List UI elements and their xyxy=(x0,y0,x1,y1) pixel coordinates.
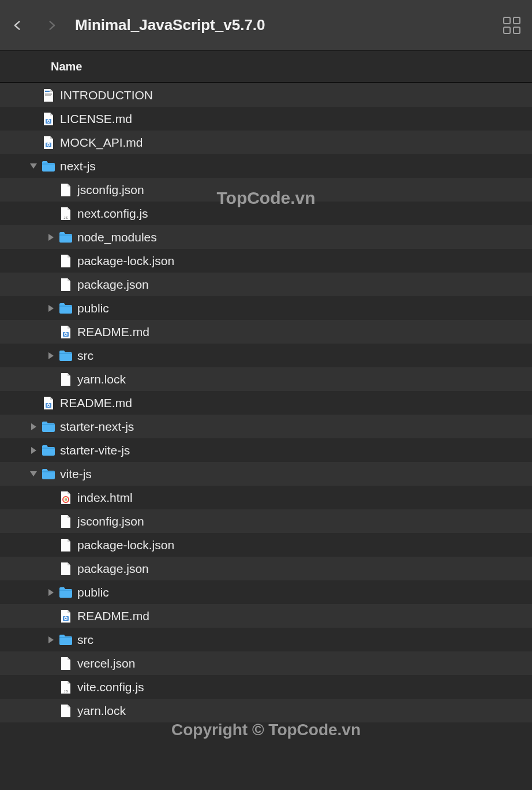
chevron-down-icon xyxy=(30,471,37,476)
file-row[interactable]: public xyxy=(0,296,532,320)
file-md-wrap xyxy=(59,325,73,339)
file-label: public xyxy=(77,301,109,315)
folder-wrap xyxy=(59,301,73,315)
file-label: package-lock.json xyxy=(77,254,174,268)
disclosure-triangle[interactable] xyxy=(28,447,39,454)
js-file-icon: JS xyxy=(60,207,72,221)
file-label: vite-js xyxy=(60,467,92,481)
folder-icon xyxy=(42,445,55,456)
file-row[interactable]: yarn.lock xyxy=(0,699,532,722)
file-row[interactable]: JSvite.config.js xyxy=(0,675,532,699)
file-row[interactable]: README.md xyxy=(0,604,532,628)
file-row[interactable]: node_modules xyxy=(0,225,532,249)
chevron-right-icon xyxy=(48,352,54,359)
disclosure-triangle[interactable] xyxy=(28,471,39,476)
file-label: next-js xyxy=(60,159,96,173)
file-icon xyxy=(60,657,72,670)
file-wrap xyxy=(59,278,73,292)
file-label: src xyxy=(77,633,93,647)
name-header-label: Name xyxy=(51,60,82,73)
chevron-right-icon xyxy=(31,447,36,454)
file-row[interactable]: starter-vite-js xyxy=(0,438,532,462)
file-row[interactable]: INTRODUCTION xyxy=(0,83,532,107)
file-wrap xyxy=(59,372,73,386)
folder-wrap xyxy=(59,230,73,244)
file-row[interactable]: next-js xyxy=(0,154,532,178)
file-row[interactable]: jsconfig.json xyxy=(0,509,532,533)
disclosure-triangle[interactable] xyxy=(45,589,57,596)
file-icon xyxy=(60,254,72,268)
markdown-file-icon xyxy=(43,112,54,126)
folder-wrap xyxy=(42,444,55,457)
file-icon xyxy=(60,183,72,197)
file-row[interactable]: package-lock.json xyxy=(0,533,532,557)
file-label: vite.config.js xyxy=(77,680,144,694)
back-button[interactable] xyxy=(12,20,23,31)
js-file-icon: JS xyxy=(60,680,72,694)
folder-wrap xyxy=(59,586,73,599)
generic-file-icon xyxy=(43,88,54,102)
file-row[interactable]: MOCK_API.md xyxy=(0,131,532,154)
file-label: yarn.lock xyxy=(77,704,126,718)
file-row[interactable]: package.json xyxy=(0,557,532,580)
file-label: index.html xyxy=(77,491,133,505)
file-generic-wrap xyxy=(42,88,55,102)
file-wrap xyxy=(59,183,73,197)
file-row[interactable]: package-lock.json xyxy=(0,249,532,273)
file-label: jsconfig.json xyxy=(77,515,144,528)
file-wrap xyxy=(59,657,73,670)
file-row[interactable]: vite-js xyxy=(0,462,532,486)
file-icon xyxy=(60,278,72,292)
file-row[interactable]: src xyxy=(0,628,532,651)
file-label: public xyxy=(77,586,109,599)
markdown-file-icon xyxy=(43,136,54,150)
file-label: starter-vite-js xyxy=(60,444,130,457)
disclosure-triangle[interactable] xyxy=(45,636,57,643)
file-row[interactable]: package.json xyxy=(0,273,532,296)
file-label: MOCK_API.md xyxy=(60,136,143,150)
chevron-right-icon xyxy=(48,636,54,643)
file-wrap xyxy=(59,562,73,576)
view-grid-icon[interactable] xyxy=(503,17,520,34)
file-row[interactable]: yarn.lock xyxy=(0,367,532,391)
folder-icon xyxy=(59,587,73,598)
file-row[interactable]: LICENSE.md xyxy=(0,107,532,131)
file-label: src xyxy=(77,349,93,363)
file-row[interactable]: jsconfig.json xyxy=(0,178,532,202)
file-icon xyxy=(60,372,72,386)
svg-text:JS: JS xyxy=(63,690,68,693)
forward-button[interactable] xyxy=(46,20,58,31)
file-row[interactable]: public xyxy=(0,580,532,604)
file-label: next.config.js xyxy=(77,207,148,221)
folder-icon xyxy=(42,161,55,172)
folder-icon xyxy=(42,421,55,433)
window-title: Minimal_JavaScript_v5.7.0 xyxy=(75,16,265,34)
folder-wrap xyxy=(59,349,73,363)
file-row[interactable]: vercel.json xyxy=(0,651,532,675)
disclosure-triangle[interactable] xyxy=(45,352,57,359)
chevron-right-icon xyxy=(48,234,54,241)
file-row[interactable]: src xyxy=(0,344,532,367)
disclosure-triangle[interactable] xyxy=(28,423,39,430)
file-wrap xyxy=(59,538,73,552)
markdown-file-icon xyxy=(43,396,54,410)
file-label: node_modules xyxy=(77,230,157,244)
file-label: yarn.lock xyxy=(77,372,126,386)
file-row[interactable]: JSnext.config.js xyxy=(0,202,532,225)
disclosure-triangle[interactable] xyxy=(45,305,57,312)
folder-wrap xyxy=(42,467,55,481)
file-row[interactable]: starter-next-js xyxy=(0,415,532,438)
folder-wrap xyxy=(59,633,73,647)
disclosure-triangle[interactable] xyxy=(45,234,57,241)
folder-icon xyxy=(59,303,73,314)
column-header[interactable]: Name xyxy=(0,51,532,83)
chevron-right-icon xyxy=(48,589,54,596)
file-row[interactable]: index.html xyxy=(0,486,532,509)
file-row[interactable]: README.md xyxy=(0,391,532,415)
file-wrap xyxy=(59,515,73,528)
file-md-wrap xyxy=(42,396,55,410)
disclosure-triangle[interactable] xyxy=(28,163,39,169)
file-row[interactable]: README.md xyxy=(0,320,532,344)
file-label: README.md xyxy=(77,325,149,339)
folder-icon xyxy=(59,232,73,243)
